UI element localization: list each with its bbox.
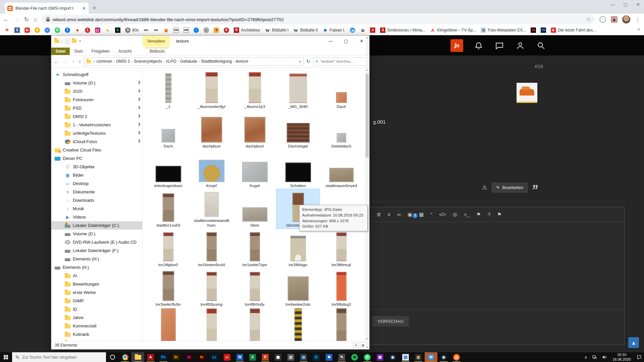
bookmark-item[interactable]: R Architektur [232, 27, 262, 34]
browser-maximize-button[interactable]: ▢ [624, 2, 628, 7]
taskbar-icon[interactable]: Ps [157, 352, 170, 362]
bookmark-item[interactable]: EM [172, 27, 180, 34]
bookmark-item[interactable]: ◆ [73, 27, 82, 34]
taskbar-icon[interactable]: X [246, 352, 259, 362]
messages-chat-icon[interactable] [495, 41, 504, 50]
new-folder-icon[interactable] [72, 39, 77, 43]
start-button[interactable] [0, 352, 12, 362]
bookmark-item[interactable]: ◯ [202, 27, 211, 34]
ribbon-tab[interactable]: Datei [51, 48, 70, 55]
explorer-minimize-button[interactable]: — [323, 36, 338, 47]
network-icon[interactable] [590, 352, 599, 362]
refresh-icon[interactable]: ↻ [306, 59, 310, 64]
address-field[interactable]: « common› OMSI 2› Sceneryobjects› #LPO› … [84, 57, 304, 66]
taskbar-icon[interactable]: ▤ [374, 352, 386, 362]
forward-icon[interactable]: → [14, 16, 19, 23]
bookmark-item[interactable]: 1 [83, 27, 92, 34]
post-number[interactable]: #18 [535, 63, 543, 69]
attachment-thumbnail[interactable] [517, 83, 537, 103]
manage-contextual-tab[interactable]: Verwalten [143, 36, 170, 47]
taskbar-icon[interactable]: ✎ [335, 352, 348, 362]
taskbar-icon[interactable]: P [259, 352, 272, 362]
taskbar-icon[interactable]: W [425, 352, 437, 362]
bookmark-star-icon[interactable]: ☆ [586, 16, 591, 22]
notifications-bell-icon[interactable] [474, 41, 483, 50]
search-input[interactable] [320, 59, 364, 64]
profile-avatar[interactable] [622, 15, 630, 23]
address-dropdown-icon[interactable]: ∨ [299, 60, 301, 63]
home-icon[interactable]: ⌂ [34, 16, 37, 23]
editor-toolbar-icon[interactable]: >_ [464, 212, 470, 217]
taskbar-chrome[interactable] [119, 352, 131, 362]
bookmark-item[interactable]: ● [43, 27, 52, 34]
sidebar-item[interactable]: Schnellzugriff [51, 70, 142, 79]
url-bar[interactable]: reboot.omsi-webdisk.de/community/thread/… [42, 15, 595, 24]
user-profile-icon[interactable] [516, 41, 525, 50]
nav-forward-icon[interactable]: → [63, 59, 68, 64]
taskbar-icon[interactable]: Br [170, 352, 182, 362]
taskbar-icon[interactable]: ∞ [221, 352, 233, 362]
bookmark-item[interactable]: K [222, 27, 231, 34]
breadcrumb-gebaeude[interactable]: Gebäude [180, 59, 197, 64]
taskbar-clock[interactable]: 16:10 16.06.2020 [609, 353, 634, 362]
bookmark-item[interactable]: M [3, 27, 11, 34]
bookmark-item[interactable]: S 80s [123, 27, 140, 34]
bookmark-item[interactable]: ∿ [103, 27, 112, 34]
report-warning-icon[interactable]: ⚠ [482, 184, 487, 191]
forum-logo[interactable]: ʄo [450, 39, 463, 52]
properties-check-icon[interactable]: ✓ [65, 39, 69, 44]
bookmark-item[interactable]: f [63, 27, 72, 34]
bookmark-item[interactable]: W Bildtafel II [291, 27, 320, 34]
action-center-icon[interactable] [634, 352, 644, 362]
taskbar-icon[interactable]: ▥ [284, 352, 297, 362]
taskbar-icon[interactable]: A [144, 352, 157, 362]
forum-search-icon[interactable] [537, 41, 545, 50]
bookmark-item[interactable]: A Klingeltöne – TV-Sp... [428, 27, 478, 34]
taskbar-icon[interactable]: ≋ [348, 352, 361, 362]
bookmark-item[interactable]: ✆ [53, 27, 62, 34]
bookmark-item[interactable]: b [113, 27, 122, 34]
bookmark-item[interactable]: EM [182, 27, 191, 34]
bookmark-item[interactable]: ❖ [212, 27, 221, 34]
taskbar-icon[interactable]: ▥ [412, 352, 425, 362]
taskbar-icon[interactable]: ▤ [297, 352, 310, 362]
bookmark-item[interactable]: W Bildtafel I [263, 27, 290, 34]
breadcrumb-texture[interactable]: texture [236, 59, 249, 64]
back-icon[interactable]: ← [3, 16, 9, 23]
ribbon-collapse-icon[interactable]: ∨ [407, 214, 409, 218]
breadcrumb-lpo[interactable]: #LPO [166, 59, 176, 64]
bookmark-item[interactable]: ◻ [93, 27, 102, 34]
nav-up-icon[interactable]: ↑ [78, 59, 81, 64]
scroll-to-top-button[interactable]: ▲ [628, 337, 639, 348]
taskbar-file-explorer[interactable] [131, 352, 144, 362]
bookmark-item[interactable]: ▶ [23, 27, 32, 34]
taskbar-icon[interactable]: ◉ [386, 352, 399, 362]
taskbar-search-input[interactable] [22, 355, 103, 360]
explorer-maximize-button[interactable]: ▢ [338, 36, 354, 47]
nav-back-icon[interactable]: ← [54, 59, 59, 64]
browser-tab[interactable]: Blender-File nach OMSI-Import t ✕ [5, 3, 89, 14]
taskbar-icon[interactable]: ◎ [450, 352, 463, 362]
taskbar-icon[interactable]: ▦ [272, 352, 284, 362]
bookmark-item[interactable]: Pf [539, 27, 548, 34]
ribbon-tab[interactable]: Start [70, 48, 87, 55]
bookmark-item[interactable]: wix [152, 27, 160, 34]
breadcrumb-common[interactable]: common [96, 59, 112, 64]
bookmark-item[interactable]: ◉ Fabian I. [321, 27, 347, 34]
taskbar-search[interactable] [12, 352, 106, 362]
menu-kebab-icon[interactable]: ⋮ [635, 16, 641, 23]
breadcrumb-omsi2[interactable]: OMSI 2 [116, 59, 130, 64]
taskbar-icon[interactable]: G [310, 352, 323, 362]
taskbar-icon[interactable]: ✱ [323, 352, 335, 362]
editor-toolbar-icon[interactable]: </> [439, 212, 446, 217]
browser-close-button[interactable]: ✕ [636, 2, 640, 7]
bookmark-item[interactable]: ☁ [348, 27, 357, 34]
explorer-search-box[interactable] [313, 57, 367, 66]
qat-customize-icon[interactable]: ▾ [79, 39, 81, 43]
edit-button[interactable]: ✎ Bearbeiten [492, 183, 528, 192]
tab-close-icon[interactable]: ✕ [82, 6, 86, 11]
nav-recent-icon[interactable]: ∨ [72, 60, 74, 63]
bookmarks-overflow-icon[interactable]: » [635, 26, 643, 32]
taskbar-icon[interactable]: ◉ [437, 352, 450, 362]
editor-toolbar-icon[interactable]: ? [488, 212, 490, 217]
